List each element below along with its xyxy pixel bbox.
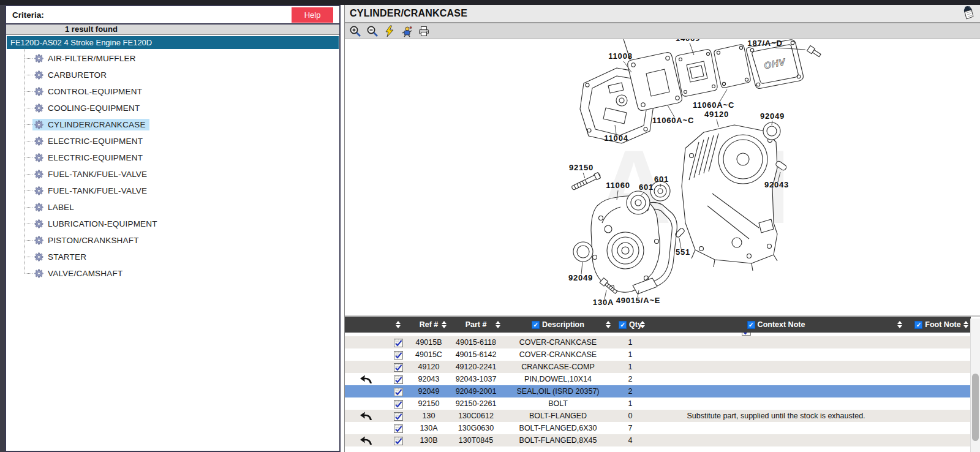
select-part-icon[interactable] [394, 338, 403, 347]
column-header-context[interactable]: ✓Context Note [647, 317, 905, 333]
part-callout-11060A~C[interactable]: 11060A~C [652, 116, 694, 125]
part-callout-49120[interactable]: 49120 [704, 110, 729, 119]
cell-select[interactable] [388, 434, 409, 446]
tree-item[interactable]: STARTER [24, 249, 339, 265]
tree-node[interactable]: LABEL [32, 202, 78, 213]
select-part-icon[interactable] [394, 387, 403, 396]
part-callout-187/A~D[interactable]: 187/A~D [747, 39, 782, 48]
tree-node[interactable]: LUBRICATION-EQUIPMENT [32, 218, 161, 230]
part-callout-601[interactable]: 601 [639, 183, 654, 192]
table-row-49015B[interactable]: 49015B49015-6118COVER-CRANKCASE1 [345, 336, 971, 348]
cell-select[interactable] [388, 361, 409, 373]
tree-item[interactable]: ELECTRIC-EQUIPMENT [24, 149, 339, 166]
substitute-arrow-icon[interactable] [360, 436, 373, 445]
table-row-92150[interactable]: 9215092150-2261BOLT1 [345, 397, 971, 410]
sort-arrows-icon[interactable] [496, 321, 500, 328]
tree-item[interactable]: LABEL [24, 199, 339, 216]
column-header-foot[interactable]: ✓Foot Note [905, 317, 971, 333]
zoom-in-icon[interactable] [349, 24, 361, 37]
tree-item[interactable]: ELECTRIC-EQUIPMENT [24, 133, 339, 149]
table-row-49120[interactable]: 4912049120-2241CRANKCASE-COMP1 [345, 361, 971, 373]
select-part-icon[interactable] [394, 436, 403, 445]
tree-root-node[interactable]: FE120D-AS02 4 Stroke Engine FE120D [7, 36, 339, 49]
tree-item[interactable]: VALVE/CAMSHAFT [24, 265, 339, 282]
table-row-92043[interactable]: 9204392043-1037PIN,DOWEL,10X142 [345, 373, 971, 385]
column-checkbox[interactable]: ✓ [619, 321, 627, 329]
tree-node[interactable]: CONTROL-EQUIPMENT [32, 86, 146, 97]
tree-node[interactable]: CARBURETOR [32, 69, 110, 81]
tree-item[interactable]: FUEL-TANK/FUEL-VALVE [24, 166, 339, 183]
cell-select[interactable] [388, 410, 409, 422]
part-callout-92150[interactable]: 92150 [569, 163, 594, 172]
column-header-select[interactable] [388, 317, 409, 333]
part-callout-11060[interactable]: 11060 [606, 181, 630, 190]
tree-item[interactable]: CONTROL-EQUIPMENT [24, 83, 339, 100]
sort-arrows-icon[interactable] [640, 321, 645, 328]
select-part-icon[interactable] [394, 424, 403, 433]
table-row-49015C[interactable]: 49015C49015-6142COVER-CRANKCASE1 [345, 348, 971, 361]
select-part-icon[interactable] [394, 363, 403, 372]
tree-node[interactable]: PISTON/CRANKSHAFT [32, 235, 143, 246]
table-row-130B[interactable]: 130B130T0845BOLT-FLANGED,8X454 [345, 434, 971, 446]
tree-node[interactable]: VALVE/CAMSHAFT [32, 268, 126, 279]
column-header-qty[interactable]: ✓Qty [613, 317, 647, 333]
substitute-arrow-icon[interactable] [360, 375, 373, 384]
select-part-icon[interactable] [394, 399, 403, 409]
select-part-icon[interactable] [394, 375, 403, 384]
part-callout-92043[interactable]: 92043 [764, 180, 789, 189]
tree-node[interactable]: FUEL-TANK/FUEL-VALVE [32, 185, 151, 197]
tree-node[interactable]: ELECTRIC-EQUIPMENT [32, 135, 146, 147]
tree-item[interactable]: COOLING-EQUIPMENT [24, 100, 339, 116]
select-part-icon[interactable] [394, 350, 403, 360]
tree-item[interactable]: CARBURETOR [24, 67, 339, 83]
cell-select[interactable] [388, 373, 409, 385]
column-header-part[interactable]: Part # [449, 317, 503, 333]
part-callout-551[interactable]: 551 [676, 247, 690, 257]
tree-item[interactable]: FUEL-TANK/FUEL-VALVE [24, 183, 339, 199]
cell-select[interactable] [388, 348, 409, 361]
scrollbar-thumb[interactable] [972, 374, 979, 441]
tree-node[interactable]: ELECTRIC-EQUIPMENT [32, 152, 146, 164]
sort-arrows-icon[interactable] [606, 321, 611, 328]
table-row-92049[interactable]: 9204992049-2001SEAL,OIL (ISRD 20357)2 [345, 385, 971, 397]
part-callout-92049[interactable]: 92049 [568, 273, 593, 282]
sort-arrows-icon[interactable] [396, 321, 401, 328]
picklist-icon[interactable] [960, 6, 975, 21]
part-callout-11060A~C[interactable]: 11060A~C [693, 100, 734, 110]
sort-arrows-icon[interactable] [442, 321, 447, 328]
column-checkbox[interactable]: ✓ [914, 321, 922, 329]
part-callout-11008[interactable]: 11008 [608, 51, 632, 61]
tree-node[interactable]: COOLING-EQUIPMENT [32, 102, 143, 114]
part-callout-601[interactable]: 601 [654, 175, 669, 184]
tree-node[interactable]: STARTER [32, 251, 90, 263]
table-scrollbar[interactable] [970, 318, 980, 452]
column-checkbox[interactable]: ✓ [747, 321, 755, 329]
help-button[interactable]: Help [292, 7, 333, 23]
zoom-out-icon[interactable] [366, 24, 379, 37]
part-callout-49015/A~E[interactable]: 49015/A~E [616, 296, 661, 305]
substitute-arrow-icon[interactable] [360, 412, 373, 421]
tree-item[interactable]: LUBRICATION-EQUIPMENT [24, 216, 339, 232]
cell-select[interactable] [388, 385, 409, 397]
tree-item[interactable]: PISTON/CRANKSHAFT [24, 232, 339, 249]
tree-node[interactable]: FUEL-TANK/FUEL-VALVE [32, 168, 151, 180]
select-part-icon[interactable] [394, 412, 403, 421]
part-callout-11004[interactable]: 11004 [604, 134, 628, 143]
cell-select[interactable] [388, 336, 409, 348]
cell-select[interactable] [388, 397, 409, 410]
table-row-130[interactable]: 130130C0612BOLT-FLANGED0Substitute part,… [345, 410, 971, 422]
print-icon[interactable] [417, 24, 430, 37]
table-row-130A[interactable]: 130A130G0630BOLT-FLANGED,6X307 [345, 422, 971, 434]
tree-item[interactable]: AIR-FILTER/MUFFLER [24, 50, 339, 67]
flash-icon[interactable] [383, 24, 396, 37]
sort-arrows-icon[interactable] [897, 321, 902, 328]
part-callout-14069[interactable]: 14069 [676, 39, 700, 43]
column-header-ref[interactable]: Ref # [409, 317, 449, 333]
part-callout-92049[interactable]: 92049 [760, 111, 785, 121]
column-checkbox[interactable]: ✓ [532, 321, 540, 329]
select-hotspot-icon[interactable] [400, 24, 413, 37]
sort-arrows-icon[interactable] [963, 321, 968, 328]
cell-select[interactable] [388, 422, 409, 434]
column-header-description[interactable]: ✓Description [503, 317, 613, 333]
part-callout-130A[interactable]: 130A [593, 298, 614, 307]
